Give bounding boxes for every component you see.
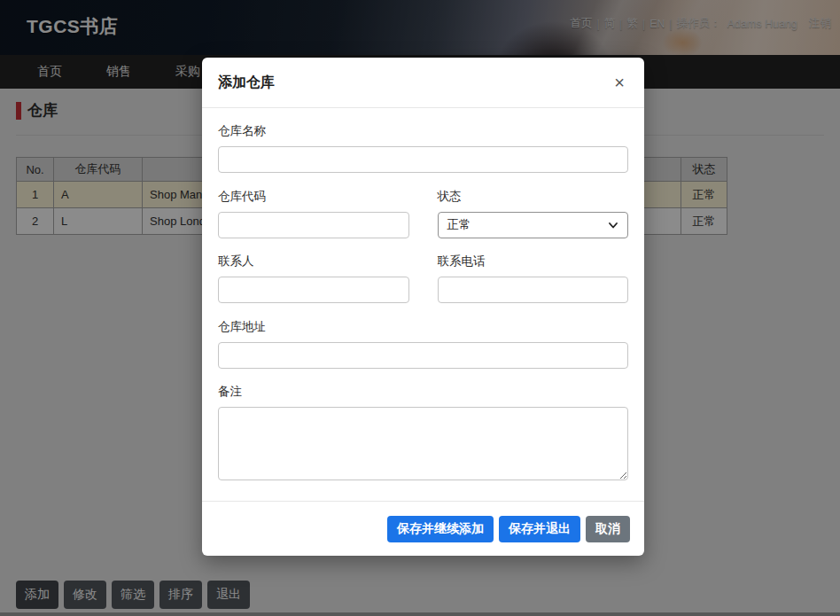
app-window: TGCS书店 首页 | 简 | 繁 | EN | 操作员： Adams Huan…: [0, 0, 840, 616]
modal-footer: 保存并继续添加 保存并退出 取消: [202, 501, 644, 556]
modal-title: 添加仓库: [218, 74, 275, 92]
warehouse-name-label: 仓库名称: [218, 123, 628, 139]
add-warehouse-modal: 添加仓库 × 仓库名称 仓库代码 状态 正常: [202, 58, 644, 556]
contact-input[interactable]: [218, 277, 409, 303]
remark-textarea[interactable]: [218, 407, 628, 480]
modal-header: 添加仓库 ×: [202, 58, 644, 108]
save-and-exit-button[interactable]: 保存并退出: [499, 516, 580, 542]
save-and-continue-button[interactable]: 保存并继续添加: [387, 516, 494, 542]
close-icon[interactable]: ×: [611, 72, 628, 93]
remark-label: 备注: [218, 384, 628, 400]
cancel-button[interactable]: 取消: [586, 516, 630, 542]
contact-label: 联系人: [218, 253, 409, 269]
status-label: 状态: [438, 189, 629, 205]
warehouse-name-input[interactable]: [218, 146, 628, 173]
chevron-down-icon: [608, 220, 618, 230]
modal-body: 仓库名称 仓库代码 状态 正常 联系人: [202, 108, 644, 501]
status-select[interactable]: 正常: [438, 212, 629, 238]
warehouse-code-input[interactable]: [218, 212, 409, 238]
status-select-value: 正常: [447, 217, 471, 233]
phone-label: 联系电话: [438, 253, 629, 269]
address-input[interactable]: [218, 342, 628, 369]
address-label: 仓库地址: [218, 319, 628, 335]
warehouse-code-label: 仓库代码: [218, 189, 409, 205]
phone-input[interactable]: [438, 277, 629, 303]
